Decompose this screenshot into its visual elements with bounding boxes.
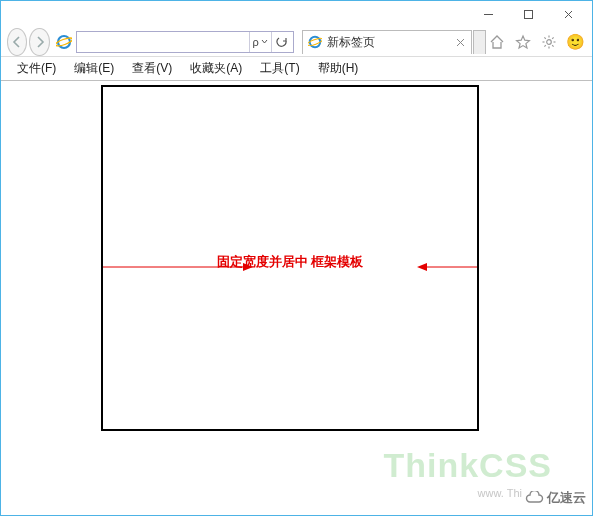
smile-icon[interactable]: 🙂 bbox=[566, 33, 584, 51]
address-bar[interactable]: ρ bbox=[76, 31, 294, 53]
menu-item-view[interactable]: 查看(V) bbox=[124, 58, 180, 79]
address-input[interactable] bbox=[77, 32, 249, 52]
svg-rect-1 bbox=[524, 10, 532, 18]
forward-button[interactable] bbox=[29, 28, 49, 56]
titlebar bbox=[1, 1, 592, 27]
toolbar: ρ 新标签页 bbox=[1, 27, 592, 57]
minimize-button[interactable] bbox=[468, 4, 508, 24]
gear-icon[interactable] bbox=[540, 33, 558, 51]
close-button[interactable] bbox=[548, 4, 588, 24]
menubar: 文件(F) 编辑(E) 查看(V) 收藏夹(A) 工具(T) 帮助(H) bbox=[1, 57, 592, 81]
svg-point-10 bbox=[547, 39, 552, 44]
arrow-right-icon bbox=[417, 260, 477, 274]
svg-line-18 bbox=[544, 45, 545, 46]
tab-close-button[interactable] bbox=[453, 34, 469, 50]
svg-marker-20 bbox=[243, 263, 253, 271]
annotation: 固定宽度并居中 框架模板 bbox=[103, 251, 477, 281]
svg-line-15 bbox=[544, 37, 545, 38]
watermark-thinkcss: ThinkCSS bbox=[383, 446, 552, 485]
menu-item-favorites[interactable]: 收藏夹(A) bbox=[182, 58, 250, 79]
svg-marker-22 bbox=[417, 263, 427, 271]
ie-icon bbox=[56, 33, 72, 51]
maximize-button[interactable] bbox=[508, 4, 548, 24]
search-button[interactable]: ρ bbox=[249, 32, 271, 52]
arrow-left-icon bbox=[103, 260, 253, 274]
watermark-brand: 亿速云 bbox=[524, 489, 586, 507]
menu-item-tools[interactable]: 工具(T) bbox=[252, 58, 307, 79]
ie-icon bbox=[307, 34, 323, 50]
menu-item-file[interactable]: 文件(F) bbox=[9, 58, 64, 79]
star-icon[interactable] bbox=[514, 33, 532, 51]
menu-item-help[interactable]: 帮助(H) bbox=[310, 58, 367, 79]
svg-line-16 bbox=[552, 45, 553, 46]
tab-current[interactable]: 新标签页 bbox=[302, 30, 472, 54]
browser-window: ρ 新标签页 bbox=[0, 0, 593, 516]
menu-item-edit[interactable]: 编辑(E) bbox=[66, 58, 122, 79]
home-icon[interactable] bbox=[488, 33, 506, 51]
centered-box: 固定宽度并居中 框架模板 bbox=[101, 85, 479, 431]
watermark-brand-text: 亿速云 bbox=[547, 489, 586, 507]
toolbar-icons: 🙂 bbox=[488, 33, 588, 51]
new-tab-button[interactable] bbox=[473, 30, 486, 54]
refresh-button[interactable] bbox=[271, 32, 293, 52]
back-button[interactable] bbox=[7, 28, 27, 56]
watermark-sub: www. Thi bbox=[478, 487, 522, 499]
svg-line-17 bbox=[552, 37, 553, 38]
search-hint: ρ bbox=[253, 36, 261, 48]
tab-label: 新标签页 bbox=[327, 34, 453, 51]
annotation-text: 固定宽度并居中 框架模板 bbox=[217, 253, 364, 271]
cloud-icon bbox=[524, 491, 544, 505]
